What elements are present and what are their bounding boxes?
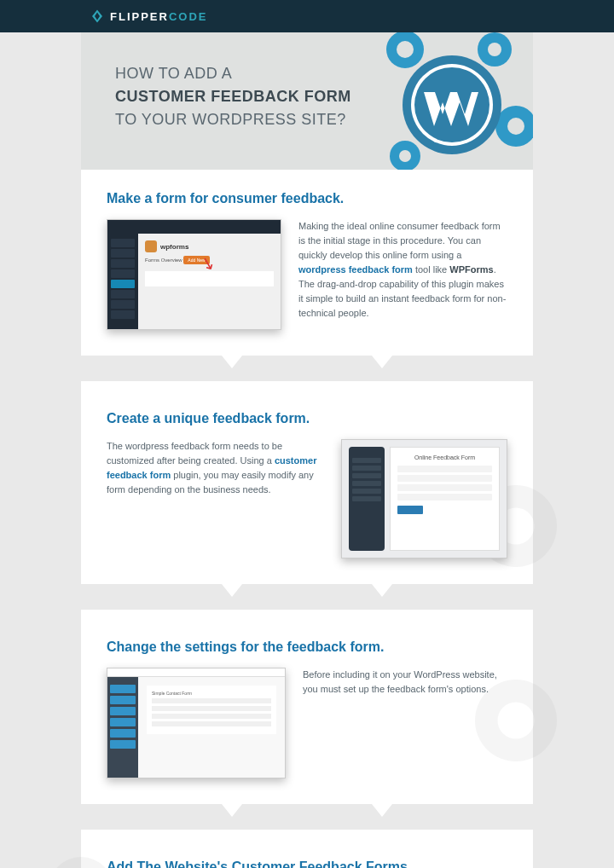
- section-3-text: Before including it on your WordPress we…: [303, 668, 507, 697]
- forms-overview-label: Forms Overview: [145, 258, 182, 263]
- section-1-text: Making the ideal online consumer feedbac…: [298, 219, 507, 321]
- brand-logo: FLIPPERCODE: [90, 9, 207, 24]
- section-4-title: Add The Website's Customer Feedback Form…: [107, 859, 507, 868]
- wordpress-gears-icon: [354, 32, 533, 170]
- wpforms-brand-label: wpforms: [160, 243, 188, 251]
- screenshot-settings: Simple Contact Form: [107, 668, 286, 778]
- section-4: Add The Website's Customer Feedback Form…: [81, 838, 533, 868]
- section-2: Create a unique feedback form. The wordp…: [81, 390, 533, 618]
- svg-point-7: [399, 150, 411, 162]
- brand-code: CODE: [169, 10, 208, 23]
- section-2-title: Create a unique feedback form.: [107, 411, 507, 426]
- section-1-title: Make a form for consumer feedback.: [107, 191, 507, 206]
- flippercode-icon: [90, 9, 105, 24]
- section-1: Make a form for consumer feedback. wpfor…: [81, 170, 533, 390]
- screenshot-unique-form: Online Feedback Form: [341, 439, 507, 558]
- hero-line3: TO YOUR WORDPRESS SITE?: [115, 111, 346, 128]
- section-divider: [81, 804, 533, 830]
- submit-button-mock: [397, 506, 423, 514]
- svg-point-15: [49, 857, 113, 868]
- hero-line2: CUSTOMER FEEDBACK FORM: [115, 88, 351, 105]
- header: FLIPPERCODE: [0, 0, 614, 32]
- online-feedback-form-label: Online Feedback Form: [397, 454, 492, 460]
- svg-point-5: [507, 118, 524, 135]
- section-divider: [81, 356, 533, 381]
- section-2-text: The wordpress feedback form needs to be …: [107, 439, 324, 497]
- brand-flipper: FLIPPER: [110, 10, 169, 23]
- hero-line1: HOW TO ADD A: [115, 65, 232, 82]
- screenshot-wpforms: wpforms Forms Overview Add New ↘: [107, 219, 281, 330]
- section-divider: [81, 584, 533, 610]
- hero-banner: HOW TO ADD A CUSTOMER FEEDBACK FORM TO Y…: [81, 32, 533, 170]
- section-3-title: Change the settings for the feedback for…: [107, 639, 507, 655]
- simple-contact-form-label: Simple Contact Form: [152, 691, 192, 696]
- svg-point-1: [397, 41, 414, 58]
- section-3: Change the settings for the feedback for…: [81, 618, 533, 838]
- wordpress-feedback-form-link[interactable]: wordpress feedback form: [298, 264, 413, 275]
- svg-point-3: [488, 43, 501, 56]
